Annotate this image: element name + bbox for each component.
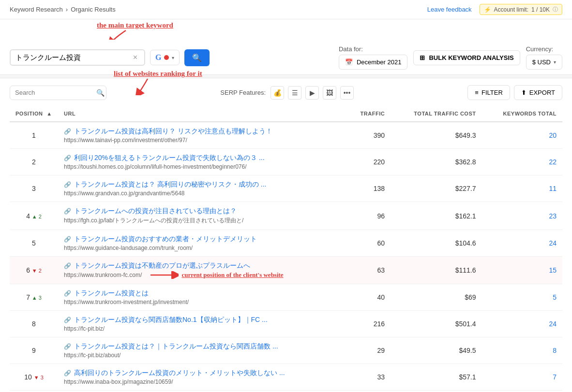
url-text: https://www.inaba-box.jp/magazine/10659/ [64,378,173,385]
search-filter-wrap[interactable]: 🔍 [10,86,106,100]
right-buttons: ≡ FILTER ⬆ EXPORT [467,85,562,100]
currency-selector[interactable]: $ USD ▾ [526,55,562,70]
table-row: 3 🔗 トランクルーム投資とは？ 高利回りの秘密やリスク・成功の ... htt… [10,175,562,202]
url-title[interactable]: 🔗 トランクルーム投資は高利回り？ リスクや注意点も理解しよう！ [64,127,340,136]
bulk-keyword-button[interactable]: ⊞ BULK KEYWORD ANALYSIS [413,50,520,65]
url-title[interactable]: 🔗 高利回りのトランクルーム投資のメリット・メリットや失敗しない ... [64,369,340,377]
th-keywords[interactable]: KEYWORDS TOTAL [482,106,563,122]
url-text: https://toushi.homes.co.jp/column/lifull… [64,163,247,170]
url-cell: 🔗 トランクルーム投資なら関西店舗数No.1【収納ピット】｜FC ... htt… [58,311,346,337]
results-area: 🔍 list of websites ranking for it SERP F… [0,78,572,391]
annotation-list-text: list of websites ranking for it [114,70,202,78]
top-bar: Keyword Research › Organic Results Leave… [0,0,572,19]
url-title[interactable]: 🔗 トランクルーム投資のおすすめの業者・メリットデメリット [64,235,340,244]
export-button[interactable]: ⬆ EXPORT [514,85,562,100]
url-text: https://fc-pit.biz/about/ [64,352,120,359]
url-text: https://www.trunkroom-fc.com/ [64,272,142,278]
currency-chevron-icon: ▾ [554,59,556,65]
table-row: 8 🔗 トランクルーム投資なら関西店舗数No.1【収納ピット】｜FC ... h… [10,311,562,337]
external-link-icon: 🔗 [64,208,71,215]
search-magnifier-icon: 🔍 [192,54,202,62]
th-cost[interactable]: TOTAL TRAFFIC COST [391,106,482,122]
th-position[interactable]: POSITION ▲ [10,106,58,122]
position-cell: 4 ▲ 2 [10,202,58,230]
url-text: https://www.tainavi-pp.com/investment/ot… [64,137,187,144]
keywords-cell[interactable]: 23 [482,202,563,230]
keyword-input[interactable] [15,54,131,62]
keywords-cell[interactable]: 5 [482,284,563,311]
traffic-cell: 63 [346,257,391,284]
traffic-cell: 96 [346,202,391,230]
url-text: https://www.grandvan.co.jp/grandvantime/… [64,190,184,197]
url-cell: 🔗 トランクルームへの投資が注目されている理由とは？ https://fgh.c… [58,202,346,230]
cost-cell: $104.6 [391,230,482,257]
keywords-cell[interactable]: 20 [482,122,563,149]
keywords-cell[interactable]: 8 [482,337,563,364]
url-title[interactable]: 🔗 トランクルーム投資とは [64,289,340,298]
keywords-cell[interactable]: 24 [482,230,563,257]
results-table: POSITION ▲ URL TRAFFIC TOTAL TRAFFIC COS… [10,106,562,391]
url-title[interactable]: 🔗 トランクルームへの投資が注目されている理由とは？ [64,207,340,216]
url-title[interactable]: 🔗 トランクルーム投資とは？｜トランクルーム投資なら関西店舗数 ... [64,342,340,351]
traffic-cell: 216 [346,311,391,337]
filter-label: FILTER [482,89,503,96]
keywords-cell[interactable]: 24 [482,311,563,337]
serp-icon-video[interactable]: ▶ [305,86,319,100]
url-path: https://fgh.co.jp/lab/トランクルームへの投資が注目されてい… [64,217,340,225]
keyword-input-wrap[interactable]: × [10,49,145,66]
filter-button[interactable]: ≡ FILTER [467,85,510,100]
serp-icon-list[interactable]: ☰ [288,86,301,100]
annotation-list-wrap: list of websites ranking for it [114,70,202,95]
keywords-cell[interactable]: 15 [482,257,563,284]
google-icon: G [155,53,161,62]
url-title[interactable]: 🔗 トランクルーム投資なら関西店舗数No.1【収納ピット】｜FC ... [64,316,340,324]
table-row: 10 ▼ 3 🔗 高利回りのトランクルーム投資のメリット・メリットや失敗しない … [10,364,562,391]
url-title[interactable]: 🔗 トランクルーム投資とは？ 高利回りの秘密やリスク・成功の ... [64,180,340,189]
cost-cell: $69 [391,284,482,311]
results-toolbar: 🔍 list of websites ranking for it SERP F… [10,85,562,100]
url-path: https://fc-pit.biz/about/ [64,352,340,359]
search-button[interactable]: 🔍 [184,49,210,66]
keywords-cell[interactable]: 7 [482,364,563,391]
currency-label: Currency: [526,45,553,53]
keywords-cell[interactable]: 11 [482,175,563,202]
results-search-input[interactable] [15,89,96,96]
serp-icon-coin[interactable]: 💰 [271,86,284,100]
search-area: × G ▾ 🔍 Data for: 📅 December 2021 ⊞ BULK… [0,40,572,74]
breadcrumb-part1[interactable]: Keyword Research [10,6,63,13]
annotation-list-arrow [133,78,162,95]
cost-cell: $227.7 [391,175,482,202]
chevron-down-icon: ▾ [172,55,174,60]
url-cell: 🔗 トランクルーム投資は高利回り？ リスクや注意点も理解しよう！ https:/… [58,122,346,149]
info-icon: ⓘ [553,6,558,13]
url-cell: 🔗 トランクルーム投資とは https://www.trunkroom-inve… [58,284,346,311]
clear-button[interactable]: × [131,53,139,62]
url-text: https://fgh.co.jp/lab/トランクルームへの投資が注目されてい… [64,217,243,225]
sort-icon: ▲ [46,111,52,116]
serp-icon-more[interactable]: ••• [340,86,354,100]
th-url: URL [58,106,346,122]
serp-icon-image[interactable]: 🖼 [323,86,336,100]
traffic-cell: 390 [346,122,391,149]
keywords-cell[interactable]: 22 [482,149,563,175]
url-cell: 🔗 トランクルーム投資とは？ 高利回りの秘密やリスク・成功の ... https… [58,175,346,202]
th-traffic[interactable]: TRAFFIC [346,106,391,122]
url-path: https://toushi.homes.co.jp/column/lifull… [64,163,340,170]
cost-cell: $649.3 [391,122,482,149]
url-cell: 🔗 トランクルーム投資のおすすめの業者・メリットデメリット https://ww… [58,230,346,257]
url-title[interactable]: 🔗 トランクルーム投資は不動産のプロが選ぶプラスルームへ [64,261,340,270]
leave-feedback-link[interactable]: Leave feedback [427,6,472,13]
data-for-label: Data for: [339,45,363,53]
breadcrumb: Keyword Research › Organic Results [10,6,116,13]
cost-cell: $49.5 [391,337,482,364]
google-search-button[interactable]: G ▾ [150,50,180,65]
traffic-cell: 138 [346,175,391,202]
right-controls: Data for: 📅 December 2021 ⊞ BULK KEYWORD… [339,45,562,70]
position-cell: 7 ▲ 3 [10,284,58,311]
external-link-icon: 🔗 [64,370,71,377]
url-cell: 🔗 トランクルーム投資は不動産のプロが選ぶプラスルームへ https://www… [58,257,346,284]
url-title[interactable]: 🔗 利回り20%を狙えるトランクルーム投資で失敗しない為の３ ... [64,154,340,162]
date-picker-button[interactable]: 📅 December 2021 [339,55,408,70]
export-label: EXPORT [529,89,555,96]
position-cell: 2 [10,149,58,175]
